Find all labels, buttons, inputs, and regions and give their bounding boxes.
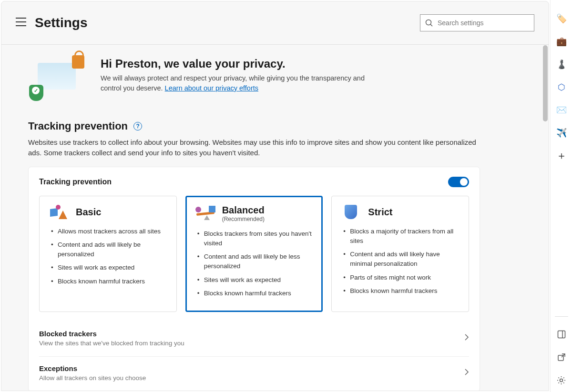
header: Settings <box>1 1 549 44</box>
list-item: Content and ads will likely be personali… <box>49 240 167 260</box>
blocked-trackers-link[interactable]: Blocked trackers View the sites that we'… <box>39 321 469 347</box>
menu-button[interactable] <box>16 18 26 28</box>
content-scroll[interactable]: Hi Preston, we value your privacy. We wi… <box>1 45 549 391</box>
external-link-icon[interactable] <box>556 352 567 362</box>
briefcase-icon[interactable]: 💼 <box>556 36 567 47</box>
option-list: Blocks a majority of trackers from all s… <box>341 227 459 296</box>
content: Hi Preston, we value your privacy. We wi… <box>1 45 507 391</box>
chess-icon[interactable]: ♟️ <box>556 59 567 70</box>
tracking-card-title: Tracking prevention <box>39 178 112 186</box>
basic-icon <box>49 205 68 220</box>
outlook-icon[interactable]: ✉️ <box>556 105 567 115</box>
info-icon[interactable]: ? <box>133 122 142 131</box>
strict-icon <box>341 205 360 220</box>
list-item: Blocks known harmful trackers <box>195 289 313 298</box>
right-sidebar: 🏷️ 💼 ♟️ ⬡ ✉️ ✈️ ＋ <box>550 0 572 392</box>
page-title: Settings <box>35 15 87 30</box>
svg-rect-5 <box>558 331 565 338</box>
office-icon[interactable]: ⬡ <box>556 82 567 92</box>
option-title: Balanced <box>222 205 265 216</box>
search-input-wrapper[interactable] <box>420 14 534 31</box>
svg-point-9 <box>560 379 563 382</box>
option-list: Allows most trackers across all sites Co… <box>49 227 167 286</box>
rail-divider <box>555 316 568 317</box>
tracking-section-title: Tracking prevention <box>28 120 128 132</box>
list-item: Allows most trackers across all sites <box>49 227 167 236</box>
list-item: Parts of sites might not work <box>341 273 459 282</box>
list-item: Blocks known harmful trackers <box>341 286 459 296</box>
send-icon[interactable]: ✈️ <box>556 128 567 138</box>
tracking-option-basic[interactable]: Basic Allows most trackers across all si… <box>39 196 177 312</box>
list-item: Content and ads will likely be less pers… <box>195 252 313 271</box>
tracking-option-strict[interactable]: Strict Blocks a majority of trackers fro… <box>331 196 469 312</box>
scrollbar-thumb[interactable] <box>543 45 548 121</box>
balanced-icon <box>195 206 214 221</box>
option-title: Basic <box>76 207 101 218</box>
link-title: Exceptions <box>39 364 146 372</box>
tracking-option-balanced[interactable]: Balanced (Recommended) Blocks trackers f… <box>185 196 323 312</box>
settings-gear-icon[interactable] <box>556 375 567 385</box>
tracking-toggle[interactable] <box>448 177 469 187</box>
tracking-card: Tracking prevention Basic <box>28 167 480 391</box>
tracking-options: Basic Allows most trackers across all si… <box>39 196 469 312</box>
privacy-illustration <box>28 57 85 100</box>
tracking-section-desc: Websites use trackers to collect info ab… <box>28 137 476 158</box>
add-icon[interactable]: ＋ <box>556 151 567 161</box>
privacy-greeting: Hi Preston, we value your privacy. We wi… <box>28 57 480 100</box>
svg-line-4 <box>430 24 432 26</box>
chevron-right-icon <box>464 333 469 343</box>
link-subtitle: View the sites that we've blocked from t… <box>39 340 184 347</box>
search-icon <box>425 19 433 27</box>
link-title: Blocked trackers <box>39 330 184 338</box>
search-input[interactable] <box>438 19 529 27</box>
link-subtitle: Allow all trackers on sites you choose <box>39 374 146 382</box>
tracking-section-header: Tracking prevention ? <box>28 120 480 132</box>
greeting-heading: Hi Preston, we value your privacy. <box>101 57 387 70</box>
list-item: Content and ads will likely have minimal… <box>341 250 459 269</box>
list-item: Blocks a majority of trackers from all s… <box>341 227 459 246</box>
greeting-text: Hi Preston, we value your privacy. We wi… <box>101 57 387 100</box>
tracking-card-header: Tracking prevention <box>39 177 469 187</box>
list-item: Blocks known harmful trackers <box>49 277 167 286</box>
option-list: Blocks trackers from sites you haven't v… <box>195 229 313 299</box>
option-subtitle: (Recommended) <box>222 216 265 222</box>
list-item: Sites will work as expected <box>195 275 313 285</box>
option-title: Strict <box>368 207 392 218</box>
panel-icon[interactable] <box>556 329 567 340</box>
list-item: Sites will work as expected <box>49 263 167 272</box>
chevron-right-icon <box>464 368 469 378</box>
list-item: Blocks trackers from sites you haven't v… <box>195 229 313 249</box>
svg-point-3 <box>426 20 431 25</box>
privacy-learn-more-link[interactable]: Learn about our privacy efforts <box>165 84 258 92</box>
shopping-tag-icon[interactable]: 🏷️ <box>556 13 567 24</box>
exceptions-link[interactable]: Exceptions Allow all trackers on sites y… <box>39 356 469 382</box>
greeting-body: We will always protect and respect your … <box>101 73 387 93</box>
settings-page: Settings Hi Preston, we value your priva… <box>1 1 549 391</box>
